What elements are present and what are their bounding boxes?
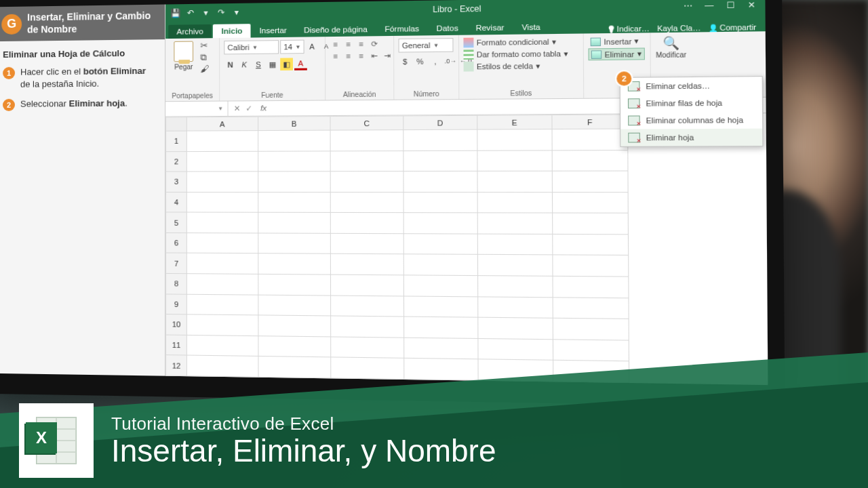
row-header[interactable]: 5 xyxy=(166,212,187,232)
tab-insertar[interactable]: Insertar xyxy=(251,23,295,37)
cell[interactable] xyxy=(186,314,258,336)
menu-delete-sheet[interactable]: Eliminar hoja xyxy=(620,129,762,146)
tab-formulas[interactable]: Fórmulas xyxy=(376,22,428,37)
menu-delete-columns[interactable]: Eliminar columnas de hoja xyxy=(620,111,762,129)
align-right-icon[interactable]: ≡ xyxy=(355,51,367,61)
font-name-combo[interactable]: Calibri▼ xyxy=(224,40,279,54)
tell-me[interactable]: Indicar… xyxy=(606,24,650,33)
cut-icon[interactable]: ✂ xyxy=(200,41,209,49)
col-header[interactable]: B xyxy=(258,117,330,131)
select-all-corner[interactable] xyxy=(166,117,187,131)
format-painter-icon[interactable]: 🖌 xyxy=(200,64,209,73)
number-format-combo[interactable]: General▼ xyxy=(399,38,454,53)
cell[interactable] xyxy=(258,253,331,274)
font-color-button[interactable]: A xyxy=(294,58,307,70)
cell[interactable] xyxy=(477,129,552,150)
fx-icon[interactable]: fx xyxy=(260,104,267,113)
currency-button[interactable]: $ xyxy=(399,56,412,68)
cell[interactable] xyxy=(186,232,258,253)
grow-font-icon[interactable]: A xyxy=(306,40,319,53)
cell[interactable] xyxy=(331,296,404,317)
cell[interactable] xyxy=(186,171,258,192)
cell[interactable] xyxy=(403,234,477,255)
increase-decimal-button[interactable]: .0→ xyxy=(444,55,457,68)
cell[interactable] xyxy=(258,233,331,254)
cell[interactable] xyxy=(330,171,403,192)
col-header[interactable]: A xyxy=(186,117,258,131)
row-header[interactable]: 2 xyxy=(166,151,187,171)
cell[interactable] xyxy=(403,129,477,150)
orientation-icon[interactable]: ⟳ xyxy=(368,39,380,49)
ribbon-display-icon[interactable]: ⋯ xyxy=(679,1,697,11)
cell[interactable] xyxy=(403,150,477,171)
row-header[interactable]: 9 xyxy=(166,294,187,314)
cell[interactable] xyxy=(552,192,628,213)
align-middle-icon[interactable]: ≡ xyxy=(342,39,354,49)
cell[interactable] xyxy=(258,171,331,192)
qat-more-icon[interactable]: ▾ xyxy=(200,8,211,18)
cell[interactable] xyxy=(186,131,258,152)
paste-button[interactable]: Pegar xyxy=(170,41,197,71)
cell[interactable] xyxy=(553,276,629,298)
tab-vista[interactable]: Vista xyxy=(513,20,549,35)
name-box[interactable]: ▼ xyxy=(165,102,228,117)
cell[interactable] xyxy=(186,274,258,295)
redo-icon[interactable]: ↷ xyxy=(216,7,226,17)
percent-button[interactable]: % xyxy=(414,55,427,68)
indent-inc-icon[interactable]: ⇥ xyxy=(381,51,393,61)
cell[interactable] xyxy=(258,315,331,337)
tab-diseno[interactable]: Diseño de página xyxy=(295,22,376,37)
share-button[interactable]: Compartir xyxy=(708,23,756,33)
tab-datos[interactable]: Datos xyxy=(428,21,467,35)
font-size-combo[interactable]: 14▼ xyxy=(280,40,304,54)
cell[interactable] xyxy=(477,171,552,192)
tab-inicio[interactable]: Inicio xyxy=(213,24,251,38)
cell[interactable] xyxy=(330,254,403,275)
cell[interactable] xyxy=(552,171,628,192)
cell-styles-button[interactable]: Estilos de celda▾ xyxy=(464,60,569,71)
col-header[interactable]: F xyxy=(552,115,628,129)
indent-dec-icon[interactable]: ⇤ xyxy=(368,51,380,61)
cell[interactable] xyxy=(331,316,404,338)
copy-icon[interactable]: ⧉ xyxy=(200,53,209,62)
row-header[interactable]: 1 xyxy=(166,131,187,151)
cell[interactable] xyxy=(477,150,552,171)
row-header[interactable]: 8 xyxy=(166,274,187,294)
menu-delete-cells[interactable]: Eliminar celdas… xyxy=(620,77,762,95)
undo-icon[interactable]: ↶ xyxy=(185,8,196,18)
cell[interactable] xyxy=(477,255,553,277)
save-icon[interactable]: 💾 xyxy=(170,8,180,18)
cell[interactable] xyxy=(186,294,258,315)
italic-button[interactable]: K xyxy=(238,58,251,71)
cell[interactable] xyxy=(330,192,403,213)
cancel-icon[interactable]: ✕ xyxy=(234,104,240,113)
cell[interactable] xyxy=(477,234,553,255)
align-center-icon[interactable]: ≡ xyxy=(342,51,354,61)
format-as-table-button[interactable]: Dar formato como tabla▾ xyxy=(463,49,568,60)
cell[interactable] xyxy=(403,192,477,213)
col-header[interactable]: D xyxy=(403,115,477,129)
conditional-format-button[interactable]: Formato condicional▾ xyxy=(463,37,568,47)
tab-file[interactable]: Archivo xyxy=(168,24,212,39)
fill-color-button[interactable]: ◧ xyxy=(280,58,293,70)
col-header[interactable]: C xyxy=(330,116,403,130)
cell[interactable] xyxy=(258,274,331,295)
cell[interactable] xyxy=(403,171,477,192)
account-user[interactable]: Kayla Cla… xyxy=(657,24,701,33)
underline-button[interactable]: S xyxy=(252,58,265,71)
row-header[interactable]: 6 xyxy=(166,232,187,253)
cell[interactable] xyxy=(478,296,553,318)
align-top-icon[interactable]: ≡ xyxy=(330,39,341,49)
cell[interactable] xyxy=(552,150,628,171)
delete-cells-button[interactable]: Eliminar▾ xyxy=(588,47,644,60)
cell[interactable] xyxy=(553,297,629,319)
align-left-icon[interactable]: ≡ xyxy=(330,51,341,61)
tab-revisar[interactable]: Revisar xyxy=(467,20,513,35)
border-button[interactable]: ▦ xyxy=(266,58,279,71)
worksheet-grid[interactable]: A B C D E F 123456789101112 xyxy=(165,113,768,385)
cell[interactable] xyxy=(403,213,477,234)
cell[interactable] xyxy=(258,213,331,234)
cell[interactable] xyxy=(186,151,258,171)
row-header[interactable]: 3 xyxy=(166,171,187,192)
bold-button[interactable]: N xyxy=(224,58,237,71)
